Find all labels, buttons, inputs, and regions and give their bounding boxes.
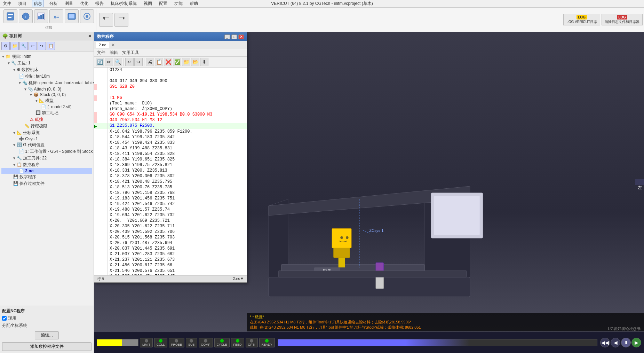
play-prev-btn[interactable]: ◀: [611, 338, 620, 347]
add-nc-program-btn[interactable]: 添加数控程序文件: [2, 342, 92, 351]
nc-tb-edit[interactable]: ✏: [105, 58, 113, 66]
tree-item-2nc[interactable]: 📄 2.nc: [1, 168, 92, 174]
nc-tb-undo[interactable]: ↩: [125, 58, 134, 66]
toolbar-machine-btn[interactable]: [80, 9, 94, 23]
svg-rect-27: [339, 258, 345, 267]
menu-function[interactable]: 功能: [173, 0, 184, 7]
tree-item-control[interactable]: 📄 控制: fan10m: [1, 73, 92, 80]
tree-tool-3[interactable]: 🔧: [19, 42, 28, 50]
nc-gutter: [94, 146, 97, 151]
nc-tb-save[interactable]: 📂: [191, 58, 199, 66]
toolbar-group-label: 信息: [3, 25, 94, 30]
nc-tab-active[interactable]: 2.nc: [96, 42, 109, 48]
tree-tool-2[interactable]: 📁: [10, 42, 19, 50]
tree-item-save-process[interactable]: 💾 保存过程文件: [1, 180, 92, 187]
nc-editor-titlebar[interactable]: 数控程序 _ □ ✕: [94, 32, 247, 41]
clear-log-btn[interactable]: LOG 清除日志文件和日志器: [602, 14, 643, 25]
tree-item-tools[interactable]: ▼🔧 加工刀具: 22: [1, 155, 92, 162]
nc-content[interactable]: O1234 G40 G17 G49 G94 G80 G90 G91 G28 Z0…: [94, 68, 247, 275]
tree-item-digital-programs[interactable]: 💾 数字程序: [1, 174, 92, 180]
menu-help[interactable]: 帮助: [188, 0, 199, 7]
tree-item-nc-programs[interactable]: ▼📋 数控程序: [1, 162, 92, 168]
play-next-btn[interactable]: ▶: [631, 338, 641, 347]
status-limit[interactable]: LIMIT: [140, 338, 153, 347]
toolbar-status-btn[interactable]: i: [19, 9, 33, 23]
toolbar-nc-btn[interactable]: [3, 9, 17, 23]
tree-item-workpiece[interactable]: 🔲 加工毛坯: [1, 110, 92, 116]
status-feed[interactable]: FEED: [231, 338, 244, 347]
nc-tb-delete[interactable]: ❌: [164, 58, 172, 66]
tree-tool-6[interactable]: 📋: [47, 42, 55, 50]
toolbar-chart-btn[interactable]: [34, 9, 48, 23]
pause-btn[interactable]: ⏸: [621, 338, 631, 347]
status-coll[interactable]: COLL: [154, 338, 167, 347]
tree-item-machine[interactable]: ▼🔩 机床: generic_4ax_horizontal_table_b: [1, 80, 92, 86]
tree-item-travel-limits[interactable]: 📏 行程极限: [1, 123, 92, 130]
menu-measure[interactable]: 测量: [63, 0, 74, 7]
enabled-checkbox[interactable]: [2, 316, 7, 321]
toolbar-redo-btn[interactable]: [114, 13, 128, 27]
status-cycle[interactable]: CYCLE: [214, 338, 230, 347]
win-restore-btn[interactable]: □: [231, 34, 237, 39]
nc-tb-open[interactable]: 📁: [182, 58, 190, 66]
menu-file[interactable]: 文件: [1, 0, 13, 7]
nc-line: X-18.454 Y199.424 Z235.833: [94, 140, 247, 146]
nc-footer-filename[interactable]: 2.nc▼: [233, 276, 244, 282]
toolbar-hud-btn[interactable]: [65, 9, 79, 23]
nc-tb-check[interactable]: ✅: [173, 58, 181, 66]
nc-gutter: [94, 218, 97, 224]
menu-analysis[interactable]: 分析: [48, 0, 59, 7]
menu-view[interactable]: 视图: [142, 0, 153, 7]
simulation-progress[interactable]: [278, 339, 597, 346]
nc-tb-print[interactable]: 🖨: [146, 58, 154, 66]
status-comp[interactable]: COMP: [199, 338, 213, 347]
nc-line: X-18.384 Y199.651 Z235.825: [94, 157, 247, 163]
status-sub[interactable]: SUB: [186, 338, 197, 347]
nc-tab-close[interactable]: ✕: [111, 42, 115, 47]
tree-item-csys1[interactable]: ➕ Csys 1: [1, 136, 92, 142]
vericut-log-btn[interactable]: LOG LOG VERICUT日志: [563, 14, 600, 25]
tree-tool-5[interactable]: ↪: [38, 42, 46, 50]
nc-tb-copy[interactable]: 📋: [155, 58, 163, 66]
tree-tool-1[interactable]: ⚙: [1, 42, 10, 50]
menu-optimize[interactable]: 优化: [79, 0, 90, 7]
nc-menu-edit[interactable]: 编辑: [110, 50, 118, 56]
nc-gutter: [94, 246, 97, 252]
nc-line: X-18.796 Y201.158 Z235.768: [94, 190, 247, 196]
menu-report[interactable]: 报告: [94, 0, 105, 7]
tree-item-stock[interactable]: ▼📦 Stock (0, 0, 0): [1, 92, 92, 97]
tree-item-attach[interactable]: ▼📎 Attach (0, 0, 0): [1, 86, 92, 92]
tree-item-project[interactable]: ▼📁 项目: initm: [1, 53, 92, 60]
nc-tb-new[interactable]: 🔄: [96, 58, 104, 66]
nc-menu-tools[interactable]: 实用工具: [122, 50, 139, 56]
tree-item-work-offset[interactable]: 📄 1: 工作偏置 - G54 - Spindle 到 Stock: [1, 148, 92, 155]
edit-button[interactable]: 编辑...: [35, 331, 58, 339]
nc-tb-redo[interactable]: ↪: [134, 58, 143, 66]
tree-item-model[interactable]: ▼📐 模型: [1, 97, 92, 104]
menu-config[interactable]: 配置: [158, 0, 169, 7]
left-panel: 🌳 项目树 ✕ ⚙ 📁 🔧 ↩ ↪ 📋 ▼📁 项目: initm ▼🔧 工位: …: [0, 32, 94, 353]
status-ready[interactable]: READY: [259, 338, 275, 347]
status-probe[interactable]: PROBE: [169, 338, 185, 347]
tree-item-cnc-machine[interactable]: ▼⚙ 数控机床: [1, 66, 92, 73]
menu-info[interactable]: 信息: [32, 0, 44, 7]
win-close-btn[interactable]: ✕: [238, 34, 244, 39]
tree-item-g-offset[interactable]: ▼🔢 G-代码偏置: [1, 142, 92, 148]
tree-close-btn[interactable]: ✕: [88, 34, 92, 39]
tree-item-collision[interactable]: ⚠ 砥撞: [1, 116, 92, 123]
win-minimize-btn[interactable]: _: [224, 34, 230, 39]
tree-item-coord-system[interactable]: ▼📐 坐标系统: [1, 130, 92, 136]
play-back-btn[interactable]: ◀◀: [600, 338, 610, 347]
tree-item-stl[interactable]: 📄 (_model2.stl): [1, 104, 92, 110]
tree-tool-4[interactable]: ↩: [29, 42, 37, 50]
tree-item-workposition[interactable]: ▼🔧 工位: 1: [1, 60, 92, 66]
nc-menu-file[interactable]: 文件: [97, 50, 105, 56]
menu-project[interactable]: 项目: [17, 0, 28, 7]
menu-machine[interactable]: 机床/控制系统: [109, 0, 138, 7]
nc-tb-down[interactable]: ⬇: [200, 58, 208, 66]
nc-gutter: [94, 140, 97, 146]
toolbar-variable-btn[interactable]: x=: [49, 9, 63, 23]
status-opti[interactable]: OPTI: [246, 338, 258, 347]
nc-tb-search[interactable]: 🔍: [114, 58, 122, 66]
toolbar-undo-btn[interactable]: [99, 13, 113, 27]
